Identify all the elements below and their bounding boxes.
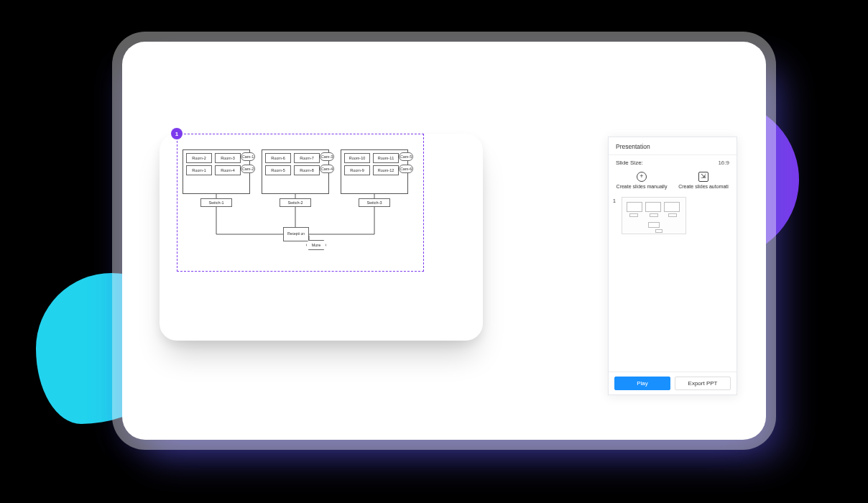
- create-slides-manually-button[interactable]: + Create slides manually: [613, 172, 670, 190]
- connector-lines: [183, 149, 418, 264]
- plus-circle-icon: +: [637, 172, 647, 182]
- app-window: 1 Room-2 Room-3 Room-1 Room-4 Cam-1 Cam-…: [122, 42, 766, 440]
- panel-title: Presentation: [609, 137, 737, 155]
- create-slides-automatically-button[interactable]: ⇲ Create slides automati: [675, 172, 732, 190]
- export-ppt-button[interactable]: Export PPT: [675, 377, 731, 390]
- slide-size-value: 16:9: [718, 160, 729, 166]
- slide-thumbnail[interactable]: [622, 197, 686, 234]
- frame-badge: 1: [171, 128, 183, 139]
- create-auto-label: Create slides automati: [678, 184, 729, 190]
- auto-create-icon: ⇲: [698, 172, 708, 182]
- create-manually-label: Create slides manually: [617, 184, 668, 190]
- slide-size-row[interactable]: Slide Size: 16:9: [609, 155, 737, 170]
- presentation-panel: Presentation Slide Size: 16:9 + Create s…: [608, 137, 737, 395]
- slide-size-label: Slide Size:: [616, 160, 643, 166]
- thumbnail-number: 1: [613, 198, 619, 203]
- network-diagram: Room-2 Room-3 Room-1 Room-4 Cam-1 Cam-2 …: [183, 149, 418, 264]
- slide-thumbnail-list: 1: [609, 194, 737, 372]
- play-button[interactable]: Play: [614, 377, 670, 390]
